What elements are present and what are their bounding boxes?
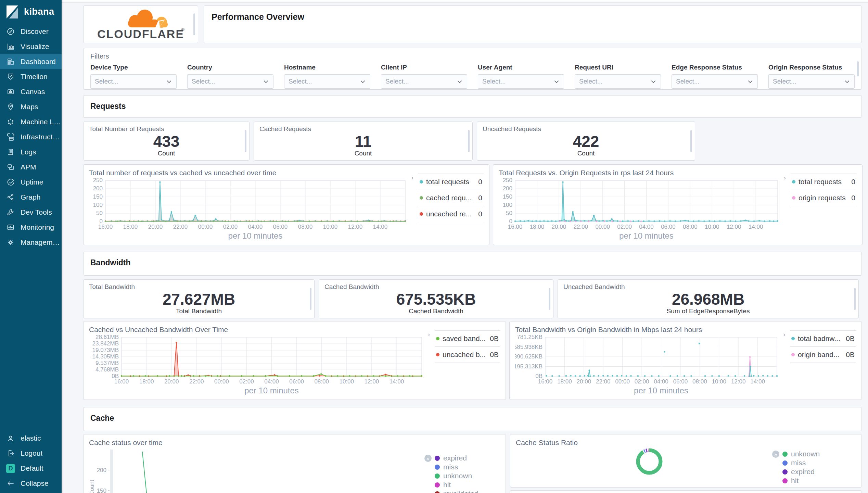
sidebar-item-management[interactable]: Management bbox=[0, 235, 62, 250]
legend-item-cached-requ[interactable]: cached requ... 0 bbox=[418, 190, 484, 206]
legend-toggle-icon[interactable]: › bbox=[783, 331, 785, 338]
panel-resize-handle[interactable] bbox=[854, 288, 856, 310]
sidebar-item-monitoring[interactable]: Monitoring bbox=[0, 220, 62, 235]
legend-item-total-requests[interactable]: total requests 0 bbox=[791, 174, 857, 190]
panel-resize-handle[interactable] bbox=[690, 130, 692, 152]
svg-text:18:00: 18:00 bbox=[139, 378, 154, 385]
legend-item-uncached-b[interactable]: uncached b... 0B bbox=[435, 346, 500, 363]
sidebar-item-infrastructure[interactable]: Infrastructure bbox=[0, 129, 62, 144]
legend-item-total-badnw[interactable]: total badnw... 0B bbox=[790, 330, 856, 346]
legend-color-dot bbox=[792, 196, 795, 200]
sidebar-item-default[interactable]: D Default bbox=[0, 461, 62, 476]
metric-label: Total Bandwidth bbox=[89, 307, 309, 315]
sidebar-item-logout[interactable]: Logout bbox=[0, 446, 62, 461]
sidebar-item-timelion[interactable]: Timelion bbox=[0, 69, 62, 84]
svg-text:50: 50 bbox=[506, 210, 512, 216]
sidebar-item-maps[interactable]: Maps bbox=[0, 99, 62, 114]
legend-item-saved-band[interactable]: saved band... 0B bbox=[435, 330, 500, 346]
svg-text:06:00: 06:00 bbox=[661, 224, 676, 230]
cached-vs-uncached-bandwidth-chart[interactable]: 0B4.768MB9.537MB14.305MB19.073MB23.842MB… bbox=[89, 334, 427, 396]
sidebar-item-apm[interactable]: APM bbox=[0, 160, 62, 175]
legend-item-hit[interactable]: hit bbox=[435, 480, 500, 489]
cloudflare-logo: CLOUDFLARE ® bbox=[91, 8, 190, 41]
panel-resize-handle[interactable] bbox=[245, 130, 246, 152]
chart-panel-total-vs-origin-bw: Total Bandwidth vs Origin Bandwidth in M… bbox=[509, 321, 862, 400]
legend-expand-icon[interactable]: » bbox=[772, 451, 779, 458]
sidebar-item-dashboard[interactable]: Dashboard bbox=[0, 54, 62, 69]
cache-status-ratio-donut[interactable] bbox=[624, 438, 675, 483]
legend-color-dot bbox=[435, 473, 440, 479]
legend-item-hit[interactable]: hit bbox=[782, 476, 856, 485]
legend-item-expired[interactable]: expired » bbox=[435, 454, 500, 463]
legend-item-origin-requests[interactable]: origin requests 0 bbox=[791, 190, 857, 206]
metric-label: Count bbox=[259, 150, 467, 157]
sidebar-item-dev-tools[interactable]: Dev Tools bbox=[0, 205, 62, 220]
svg-text:per 10 minutes: per 10 minutes bbox=[228, 231, 283, 240]
svg-text:Count: Count bbox=[89, 480, 95, 493]
kibana-logo[interactable]: kibana bbox=[0, 0, 62, 24]
cache-status-over-time-chart[interactable]: 200150Count bbox=[89, 447, 427, 493]
sidebar-item-machine-le[interactable]: Machine Le... bbox=[0, 114, 62, 129]
sidebar-item-elastic[interactable]: elastic bbox=[0, 431, 62, 446]
svg-text:200: 200 bbox=[503, 185, 512, 192]
sidebar: kibana Discover Visualize Dashboard Time… bbox=[0, 0, 62, 493]
requests-vs-origin-chart[interactable]: 05010015020025016:0018:0020:0022:0000:00… bbox=[499, 178, 783, 241]
legend-item-unknown[interactable]: unknown bbox=[435, 471, 500, 480]
legend-item-total-requests[interactable]: total requests 0 bbox=[418, 174, 484, 190]
dashboard-title-panel: Performance Overview bbox=[204, 5, 862, 43]
user-icon bbox=[6, 434, 15, 443]
legend-item-expired[interactable]: expired bbox=[782, 467, 856, 476]
filter-select-client-ip[interactable]: Select... bbox=[381, 74, 467, 89]
svg-text:150: 150 bbox=[503, 193, 512, 200]
legend-color-dot bbox=[435, 456, 440, 461]
panel-resize-handle[interactable] bbox=[193, 13, 195, 35]
metric-card-cached-requests: Cached Requests 11 Count bbox=[254, 122, 473, 161]
legend-color-dot bbox=[420, 196, 423, 200]
sidebar-item-logs[interactable]: Logs bbox=[0, 144, 62, 160]
legend-color-dot bbox=[791, 337, 795, 340]
legend-item-miss[interactable]: miss bbox=[435, 463, 500, 471]
main-content: CLOUDFLARE ® Performance Overview Filter… bbox=[62, 0, 868, 493]
apm-icon bbox=[6, 163, 15, 172]
section-title-requests: Requests bbox=[90, 102, 855, 111]
filter-select-request-uri[interactable]: Select... bbox=[575, 74, 661, 89]
legend-toggle-icon[interactable]: › bbox=[428, 331, 430, 338]
legend-toggle-icon[interactable]: › bbox=[411, 174, 413, 181]
section-title-cache: Cache bbox=[90, 414, 855, 423]
legend-item-miss[interactable]: miss bbox=[782, 458, 856, 467]
filter-select-origin-response-status[interactable]: Select... bbox=[768, 74, 855, 89]
panel-resize-handle[interactable] bbox=[857, 61, 859, 76]
requests-over-time-chart[interactable]: 05010015020025016:0018:0020:0022:0000:00… bbox=[89, 178, 411, 241]
legend-expand-icon[interactable]: » bbox=[424, 455, 432, 462]
filter-field-request-uri: Request URI Select... bbox=[575, 64, 661, 89]
filter-select-user-agent[interactable]: Select... bbox=[478, 74, 564, 89]
legend-toggle-icon[interactable]: › bbox=[784, 174, 786, 181]
total-vs-origin-bandwidth-chart[interactable]: 0B195.313KB390.625KB585.938KB781.25KB16:… bbox=[515, 334, 782, 396]
space-default-badge: D bbox=[6, 464, 15, 473]
sidebar-item-collapse[interactable]: Collapse bbox=[0, 476, 62, 491]
svg-text:19.073MB: 19.073MB bbox=[92, 347, 119, 353]
filter-select-country[interactable]: Select... bbox=[187, 74, 273, 89]
panel-resize-handle[interactable] bbox=[468, 130, 470, 152]
filter-select-hostname[interactable]: Select... bbox=[284, 74, 370, 89]
legend-item-unknown[interactable]: unknown » bbox=[782, 450, 856, 458]
cache-section-header: Cache bbox=[83, 407, 862, 431]
legend-item-uncached-re[interactable]: uncached re... 0 bbox=[418, 206, 484, 222]
bandwidth-section-header: Bandwidth bbox=[83, 252, 862, 276]
sidebar-footer: elastic Logout D Default Collapse bbox=[0, 431, 62, 493]
filter-select-edge-response-status[interactable]: Select... bbox=[672, 74, 758, 89]
legend-item-revalidated[interactable]: revalidated bbox=[435, 489, 500, 493]
sidebar-item-graph[interactable]: Graph bbox=[0, 190, 62, 205]
sidebar-item-discover[interactable]: Discover bbox=[0, 24, 62, 39]
collapse-arrow-icon bbox=[6, 479, 15, 488]
sidebar-item-canvas[interactable]: Canvas bbox=[0, 84, 62, 99]
legend-item-origin-band[interactable]: origin band... 0B bbox=[790, 346, 856, 363]
cloudflare-logo-panel: CLOUDFLARE ® bbox=[83, 5, 198, 43]
legend-color-dot bbox=[782, 478, 788, 483]
sidebar-item-uptime[interactable]: Uptime bbox=[0, 175, 62, 190]
svg-text:250: 250 bbox=[93, 178, 103, 184]
panel-resize-handle[interactable] bbox=[310, 288, 311, 310]
filter-select-device-type[interactable]: Select... bbox=[90, 74, 177, 89]
sidebar-item-visualize[interactable]: Visualize bbox=[0, 39, 62, 54]
panel-resize-handle[interactable] bbox=[549, 288, 550, 310]
